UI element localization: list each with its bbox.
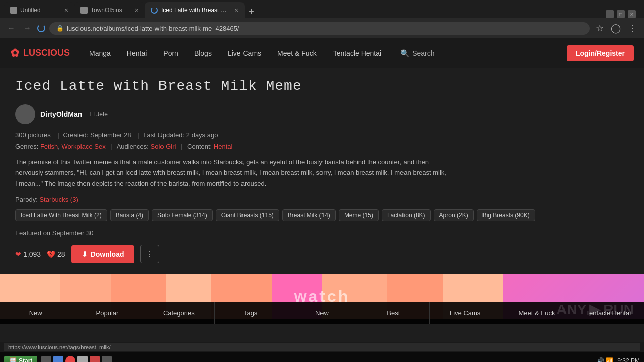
tab-favicon-2 [80,7,88,14]
tab-loading-3 [151,7,158,14]
dislikes-value: 28 [57,250,65,258]
tab-favicon-1 [10,7,17,14]
search-icon: 🔍 [400,49,409,57]
tab-close-3[interactable]: × [234,6,238,14]
genres-label: Genres: [15,143,38,150]
audience-solo[interactable]: Solo Girl [151,143,176,150]
page-loading-spinner [37,24,45,32]
taskbar-icon-6[interactable] [102,356,112,362]
start-icon: 🪟 [9,357,17,362]
nav-manga[interactable]: Manga [87,47,113,59]
parody-link[interactable]: Starbucks (3) [39,196,78,203]
lock-icon: 🔒 [56,25,64,32]
taskbar-clock: 9:32 PM [617,357,640,362]
taskbar-icon-1[interactable] [41,356,51,362]
tab-title-2: TownOf5ins [91,7,122,14]
genre-fetish[interactable]: Fetish [40,143,58,150]
tag-8[interactable]: Big Breasts (90K) [477,209,535,221]
tag-0[interactable]: Iced Latte With Breast Milk (2) [15,209,107,221]
bottom-nav-tags[interactable]: Tags [215,302,286,324]
album-title: Iced Latte with Breast Milk Meme [15,78,629,94]
tag-5[interactable]: Meme (15) [339,209,379,221]
avatar [15,104,35,124]
nav-hentai[interactable]: Hentai [125,47,149,59]
tag-2[interactable]: Solo Female (314) [152,209,213,221]
tag-6[interactable]: Lactation (8K) [382,209,431,221]
download-label: Download [91,250,124,258]
download-icon: ⬇ [82,250,88,258]
taskbar-icon-3[interactable] [65,356,75,362]
back-button[interactable]: ← [5,22,17,35]
tag-1[interactable]: Barista (4) [110,209,149,221]
tab-townof5ins[interactable]: TownOf5ins × [74,2,145,18]
author-badge: El Jefe [89,111,108,118]
taskbar-icon-2[interactable] [53,356,63,362]
account-icon[interactable]: ◯ [609,21,623,36]
bottom-nav-livecams[interactable]: Live Cams [430,302,501,324]
parody-row: Parody: Starbucks (3) [15,196,629,203]
maximize-button[interactable]: □ [617,10,625,18]
search-area[interactable]: 🔍 Search [400,49,434,57]
tag-7[interactable]: Apron (2K) [434,209,474,221]
more-options-button[interactable]: ⋮ [140,245,159,263]
menu-icon[interactable]: ⋮ [626,21,639,36]
bottom-nav-new[interactable]: New [0,302,71,324]
parody-label: Parody: [15,196,38,203]
nav-meetfuck[interactable]: Meet & Fuck [275,47,319,59]
bottom-nav-new2[interactable]: New [286,302,358,324]
author-name[interactable]: DirtyOldMan [40,110,82,118]
nav-porn[interactable]: Porn [161,47,180,59]
bottom-nav-categories[interactable]: Categories [143,302,215,324]
system-tray: 🔊 📶 [597,357,613,362]
login-register-button[interactable]: Login/Register [567,45,634,61]
anyrun-text: ANY [556,302,586,318]
site-logo[interactable]: ✿ LUSCIOUS [10,47,70,60]
tags-row: Iced Latte With Breast Milk (2) Barista … [15,209,629,221]
created-date: Created: September 28 [63,131,131,139]
nav-blogs[interactable]: Blogs [192,47,214,59]
anyrun-watermark: ANY ▶ RUN [556,301,634,318]
tab-luscious[interactable]: Iced Latte with Breast Milk Meme | L... … [145,2,245,18]
start-label: Start [19,357,32,362]
content-label: Content: [187,143,212,150]
genres-row: Genres: Fetish, Workplace Sex | Audience… [15,143,629,150]
bottom-nav-popular[interactable]: Popular [71,302,143,324]
nav-tentacle[interactable]: Tentacle Hentai [331,47,384,59]
genre-workplace[interactable]: Workplace Sex [62,143,106,150]
updated-date: Last Updated: 2 days ago [143,131,218,139]
content-hentai[interactable]: Hentai [214,143,233,150]
bottom-nav-best[interactable]: Best [358,302,430,324]
anyrun-run-text: RUN [603,302,634,318]
status-url: https://www.luscious.net/tags/breast_mil… [8,344,111,350]
download-button[interactable]: ⬇ Download [71,245,134,263]
tag-4[interactable]: Breast Milk (14) [282,209,336,221]
bookmark-icon[interactable]: ☆ [594,21,606,36]
new-tab-button[interactable]: + [245,5,258,18]
tab-close-1[interactable]: × [64,6,68,14]
start-button[interactable]: 🪟 Start [4,356,37,362]
audiences-label: Audiences: [117,143,149,150]
minimize-button[interactable]: – [606,10,614,18]
site-header: ✿ LUSCIOUS Manga Hentai Porn Blogs Live … [0,38,644,68]
taskbar-icon-5[interactable] [90,356,100,362]
like-count: ❤ 1,093 [15,250,41,258]
tab-close-2[interactable]: × [135,6,139,14]
tab-untitled[interactable]: Untitled × [4,2,74,18]
taskbar-items [41,356,112,362]
dislike-icon: 💔 [47,250,55,258]
pictures-count: 300 pictures [15,131,51,139]
forward-button[interactable]: → [21,22,33,35]
taskbar-icon-4[interactable] [77,356,88,362]
description: The premise of this Twitter meme is that… [15,157,448,189]
dislike-count: 💔 28 [47,250,65,258]
address-bar[interactable]: 🔒 luscious.net/albums/iced-latte-with-br… [49,22,590,35]
tag-3[interactable]: Giant Breasts (115) [216,209,279,221]
address-text: luscious.net/albums/iced-latte-with-brea… [67,25,239,32]
meta-row: 300 pictures | Created: September 28 | L… [15,131,629,139]
nav-livecams[interactable]: Live Cams [226,47,263,59]
tab-title-3: Iced Latte with Breast Milk Meme | L... [161,7,231,14]
likes-value: 1,093 [23,250,41,258]
taskbar-right: 🔊 📶 9:32 PM [597,357,640,362]
tab-title-1: Untitled [20,7,41,14]
close-button[interactable]: ✕ [628,10,636,18]
